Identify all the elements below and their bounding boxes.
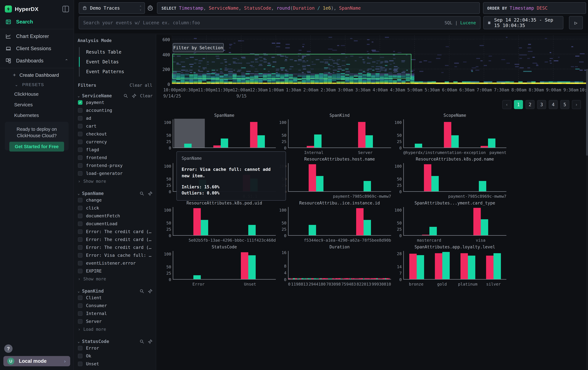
source-select[interactable]: Demo Traces ⌃⌄ [79,2,145,14]
green-bar[interactable] [364,181,371,191]
filter-option-error-the-credit-card-[interactable]: Error: The credit card (… [78,228,153,236]
filter-option-internal[interactable]: Internal [78,310,153,317]
pink-bar[interactable] [309,164,316,191]
sidebar-collapse-icon[interactable] [63,6,69,12]
checkbox[interactable] [78,362,83,366]
show-more-button[interactable]: ›Show more [78,275,153,283]
search-icon[interactable] [139,191,144,196]
filter-option-unset[interactable]: Unset [78,360,153,368]
green-bar[interactable] [451,135,459,148]
gear-icon[interactable] [147,5,153,11]
show-more-button[interactable]: ›Show more [78,177,153,185]
filter-option-documentfetch[interactable]: documentFetch [78,212,153,220]
green-bar[interactable] [257,135,265,148]
filter-option-error-the-credit-card-[interactable]: Error: The credit card (… [78,236,153,243]
clear-all-button[interactable]: Clear all [130,83,152,88]
green-bar[interactable] [193,275,201,279]
checkbox[interactable] [78,221,83,226]
pink-bar[interactable] [193,208,201,235]
green-bar[interactable] [309,225,316,235]
mini-chart-resourceattributes-host-name[interactable]: ResourceAttributes.host.name10050250paym… [278,157,391,199]
load-more-button[interactable]: ›Load more [78,368,153,370]
pink-bar[interactable] [250,122,257,148]
checkbox[interactable] [78,206,83,210]
pink-bar[interactable] [241,252,248,279]
filter-option-consumer[interactable]: Consumer [78,302,153,310]
checkbox[interactable] [78,311,83,316]
filter-option-expire[interactable]: EXPIRE [78,267,153,275]
filter-option-flagd[interactable]: flagd [78,146,153,154]
page-prev-button[interactable]: ‹ [502,100,511,109]
green-bar[interactable] [316,176,324,191]
checkbox[interactable]: ✓ [78,100,83,105]
page-5-button[interactable]: 5 [560,100,569,109]
filter-option-checkout[interactable]: checkout [78,130,153,138]
pink-bar[interactable] [356,208,364,235]
green-bar[interactable] [488,139,495,148]
mini-chart-spankind[interactable]: SpanKind10050250InternalServer [278,113,391,155]
sidebar-item-chart-explorer[interactable]: Chart Explorer [0,30,74,42]
filter-option-change[interactable]: change [78,196,153,204]
pink-bar[interactable] [486,256,494,279]
scrollbar[interactable] [586,69,588,370]
chevron-up-icon[interactable]: ⌃ [65,58,68,63]
checkbox[interactable] [78,198,83,202]
mini-chart-resourceattributes-k8s-pod-uid[interactable]: ResourceAttributes.k8s.pod.uid100502505e… [163,200,276,243]
green-bar[interactable] [221,139,228,148]
checkbox[interactable] [78,148,83,152]
mini-chart-spanname[interactable]: SpanName10050250 [163,113,276,150]
pink-bar[interactable] [409,254,417,279]
load-more-button[interactable]: ›Load more [78,325,153,333]
help-button[interactable]: ? [4,344,12,353]
sidebar-item-services[interactable]: Services [0,100,74,110]
green-bar[interactable] [417,255,424,279]
checkbox[interactable] [78,124,83,128]
checkbox[interactable] [78,253,83,258]
green-bar[interactable] [248,225,256,235]
lucene-option[interactable]: Lucene [460,20,476,25]
filter-option-load-generator[interactable]: load-generator [78,170,153,177]
pin-icon[interactable] [148,191,153,196]
filter-option-currency[interactable]: currency [78,138,153,146]
date-range-picker[interactable]: Sep 14 22:04:35 - Sep 15 10:04:35 [483,16,563,29]
green-bar[interactable] [479,181,486,191]
filter-option-ok[interactable]: Ok [78,352,153,360]
presets-toggle[interactable]: ⌄ PRESETS [0,80,74,89]
checkbox[interactable] [78,303,83,308]
pin-icon[interactable] [148,339,153,344]
filter-group-clear[interactable]: Clear [140,93,153,98]
filter-option-documentload[interactable]: documentLoad [78,220,153,228]
checkbox[interactable] [78,296,83,300]
sql-option[interactable]: SQL [445,20,452,25]
checkbox[interactable] [78,214,83,218]
analysis-mode-event-patterns[interactable]: Event Patterns [80,67,153,77]
checkbox[interactable] [78,237,83,242]
sidebar-item-search[interactable]: Search [0,16,74,28]
filter-option-ad[interactable]: ad [78,114,153,122]
green-bar[interactable] [366,135,373,148]
green-bar[interactable] [430,227,437,235]
checkbox[interactable] [78,116,83,120]
checkbox[interactable] [78,230,83,234]
search-input[interactable]: Search your events w/ Lucene ex. column:… [79,16,481,29]
sidebar-item-clickhouse[interactable]: ClickHouse [0,89,74,100]
checkbox[interactable] [78,261,83,265]
pink-bar[interactable] [435,253,442,279]
green-bar[interactable] [481,219,488,235]
filter-option-frontend[interactable]: frontend [78,154,153,161]
page-2-button[interactable]: 2 [525,100,535,109]
run-query-button[interactable]: ▷ [569,16,583,29]
chevron-down-icon[interactable]: ⌄ [78,289,80,293]
analysis-mode-event-deltas[interactable]: Event Deltas [79,57,153,67]
filter-by-selection-button[interactable]: Filter by Selection [173,43,224,52]
pink-bar[interactable] [358,122,366,148]
analysis-mode-results-table[interactable]: Results Table [80,47,153,57]
filter-option-error-the-credit-card-[interactable]: Error: The credit card (… [78,243,153,251]
pink-bar[interactable] [307,146,314,148]
filter-option-click[interactable]: click [78,204,153,212]
green-bar[interactable] [442,252,450,279]
checkbox[interactable] [78,140,83,144]
filter-option-error-visa-cache-full-[interactable]: Error: Visa cache full: … [78,251,153,259]
pink-bar[interactable] [473,208,481,235]
heatmap-selection[interactable] [172,54,411,79]
